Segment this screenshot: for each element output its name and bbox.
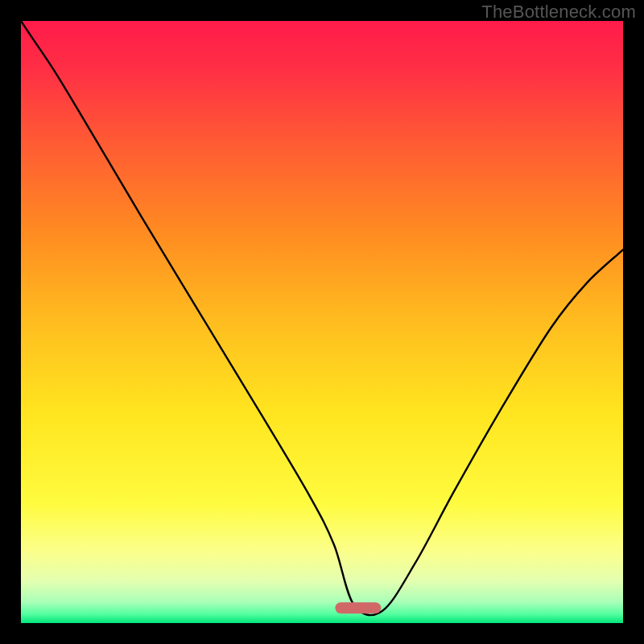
optimal-marker <box>335 602 381 613</box>
chart-frame: TheBottleneck.com <box>0 0 644 644</box>
plot-area <box>21 21 623 623</box>
bottleneck-chart <box>21 21 623 623</box>
gradient-background <box>21 21 623 623</box>
watermark-text: TheBottleneck.com <box>481 2 636 23</box>
